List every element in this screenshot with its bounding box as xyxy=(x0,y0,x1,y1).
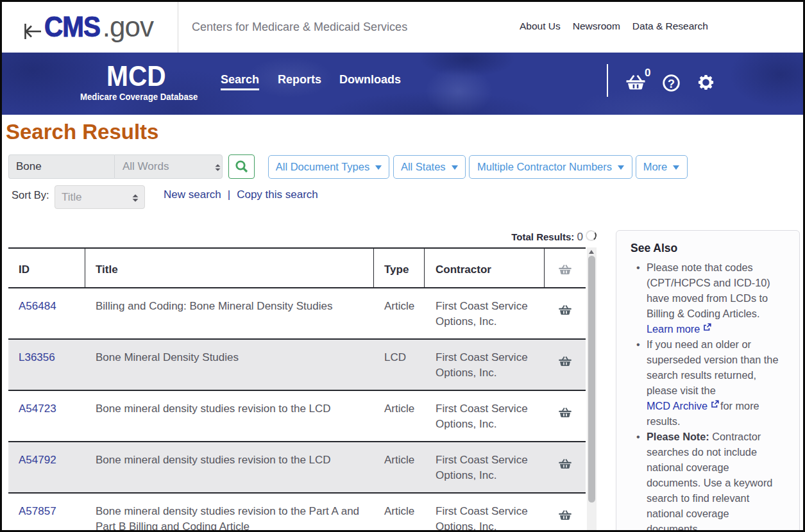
svg-text:?: ? xyxy=(668,77,675,90)
